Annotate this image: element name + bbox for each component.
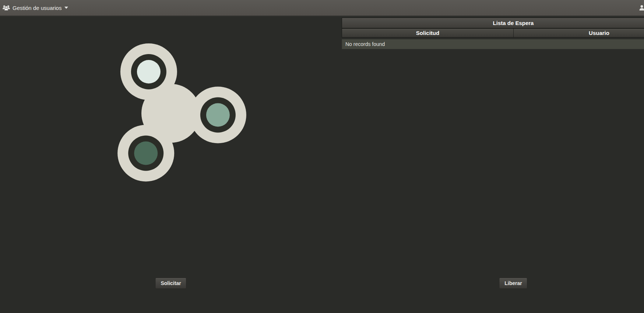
users-group-icon bbox=[2, 4, 10, 11]
menu-gestion-usuarios[interactable]: Gestión de usuarios bbox=[0, 0, 73, 15]
column-header-usuario: Usuario bbox=[513, 29, 644, 37]
menu-label: Gestión de usuarios bbox=[13, 5, 61, 11]
request-panel: Solicitar bbox=[0, 16, 342, 313]
liberar-button[interactable]: Liberar bbox=[499, 278, 527, 289]
user-icon bbox=[638, 4, 644, 11]
top-menubar: Gestión de usuarios bbox=[0, 0, 644, 16]
user-menu-button[interactable] bbox=[638, 0, 644, 15]
fidget-spinner-graphic bbox=[90, 32, 252, 194]
main-content: Solicitar Lista de Espera Solicitud Usua… bbox=[0, 16, 644, 313]
waitlist-table: Lista de Espera Solicitud Usuario No rec… bbox=[342, 18, 644, 49]
column-header-solicitud: Solicitud bbox=[342, 29, 513, 37]
chevron-down-icon bbox=[64, 7, 68, 9]
table-title: Lista de Espera bbox=[342, 18, 644, 28]
solicitar-button[interactable]: Solicitar bbox=[155, 278, 186, 289]
waitlist-panel: Lista de Espera Solicitud Usuario No rec… bbox=[342, 16, 644, 313]
table-body: No records found bbox=[342, 39, 644, 49]
empty-message-row: No records found bbox=[342, 39, 644, 49]
table-header-row: Solicitud Usuario bbox=[342, 28, 644, 38]
